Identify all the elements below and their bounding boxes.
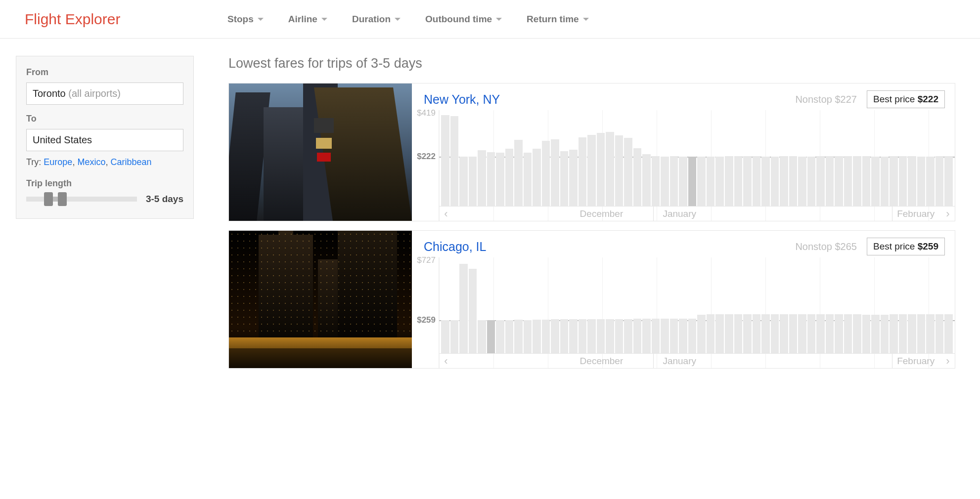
chart-next-button[interactable]: › [941,355,955,368]
chart-bar[interactable] [487,152,495,206]
chart-bar[interactable] [871,157,880,207]
chart-bar[interactable] [917,157,926,207]
chart-bar[interactable] [944,314,953,353]
chart-prev-button[interactable]: ‹ [439,355,453,368]
chart-bar[interactable] [862,315,871,353]
chart-bar[interactable] [890,314,898,353]
chart-bar[interactable] [597,319,605,353]
chart-bar[interactable] [771,314,779,353]
chart-bar[interactable] [715,314,724,353]
chart-bar[interactable] [459,157,468,206]
chart-bar[interactable] [533,320,541,353]
chart-bar[interactable] [642,154,651,206]
chart-bar[interactable] [450,320,459,353]
chart-bar[interactable] [642,319,651,353]
chart-bar[interactable] [670,156,678,206]
chart-bar[interactable] [478,150,486,206]
chart-bar[interactable] [899,156,907,206]
chart-bar[interactable] [835,156,843,206]
slider-handle-min[interactable] [44,192,53,206]
to-input[interactable]: United States [26,129,183,151]
chart-bar[interactable] [587,319,596,353]
chart-bar[interactable] [944,156,953,206]
chart-bar[interactable] [734,156,743,206]
chart-bar[interactable] [753,156,761,206]
chart-bar[interactable] [853,314,861,353]
chart-bar[interactable] [780,156,788,206]
chart-bar[interactable] [798,157,806,207]
chart-bar[interactable] [478,320,486,353]
chart-bar[interactable] [679,157,687,207]
chart-bar[interactable] [652,319,660,353]
filter-airline[interactable]: Airline [288,14,327,25]
chart-bar[interactable] [816,314,825,353]
chart-bar[interactable] [524,320,532,353]
filter-return-time[interactable]: Return time [527,14,589,25]
chart-bar[interactable] [615,319,624,353]
destination-name-link[interactable]: Chicago, IL [424,240,486,254]
chart-bar[interactable] [881,157,889,207]
chart-bar[interactable] [780,314,788,353]
chart-bar[interactable] [624,319,632,353]
chart-bar[interactable] [753,314,761,353]
chart-next-button[interactable]: › [941,208,955,220]
chart-bar[interactable] [615,135,624,206]
chart-bar[interactable] [679,319,687,353]
chart-bar[interactable] [533,149,541,206]
chart-bar[interactable] [670,319,678,353]
filter-stops[interactable]: Stops [227,14,264,25]
best-price-badge[interactable]: Best price $222 [867,90,945,108]
chart-bar[interactable] [917,314,926,353]
chart-bar[interactable] [496,153,504,206]
chart-bar[interactable] [505,149,514,206]
chart-bar[interactable] [597,133,605,206]
chart-bar[interactable] [487,320,495,353]
chart-bar[interactable] [469,157,477,206]
chart-bar[interactable] [743,156,752,206]
chart-bar[interactable] [542,141,550,206]
chart-bar[interactable] [661,157,669,207]
chart-bar[interactable] [569,319,578,353]
chart-bar[interactable] [789,156,798,206]
chart-bar[interactable] [935,314,944,353]
chart-bar[interactable] [688,319,697,353]
try-link-europe[interactable]: Europe [44,157,72,167]
chart-bar[interactable] [743,314,752,353]
chart-bar[interactable] [551,319,559,353]
chart-bar[interactable] [606,319,614,353]
chart-bar[interactable] [826,314,834,353]
chart-bar[interactable] [441,320,449,353]
chart-bar[interactable] [734,314,743,353]
chart-bar[interactable] [661,319,669,353]
chart-bar[interactable] [771,157,779,207]
best-price-badge[interactable]: Best price $259 [867,238,945,255]
chart-bar[interactable] [633,319,642,353]
chart-bar[interactable] [844,156,852,206]
try-link-mexico[interactable]: Mexico [77,157,105,167]
chart-bar[interactable] [926,314,935,353]
chart-bar[interactable] [496,320,504,353]
chart-bar[interactable] [551,139,559,206]
try-link-caribbean[interactable]: Caribbean [110,157,151,167]
chart-bar[interactable] [798,314,806,353]
chart-bar[interactable] [606,132,614,206]
chart-bar[interactable] [761,157,770,207]
chart-bar[interactable] [707,157,715,206]
chart-bar[interactable] [881,315,889,353]
chart-bar[interactable] [450,116,459,206]
chart-bar[interactable] [908,156,916,206]
chart-bar[interactable] [807,157,816,207]
destination-name-link[interactable]: New York, NY [424,92,500,107]
filter-duration[interactable]: Duration [352,14,401,25]
chart-bar[interactable] [844,314,852,353]
chart-bar[interactable] [926,157,935,207]
filter-outbound-time[interactable]: Outbound time [425,14,502,25]
chart-bar[interactable] [524,153,532,206]
chart-bar[interactable] [835,314,843,353]
chart-bar[interactable] [826,156,834,206]
chart-prev-button[interactable]: ‹ [439,208,453,220]
chart-bar[interactable] [725,314,733,353]
chart-bar[interactable] [688,157,697,206]
chart-bar[interactable] [871,315,880,353]
chart-bar[interactable] [560,151,569,206]
